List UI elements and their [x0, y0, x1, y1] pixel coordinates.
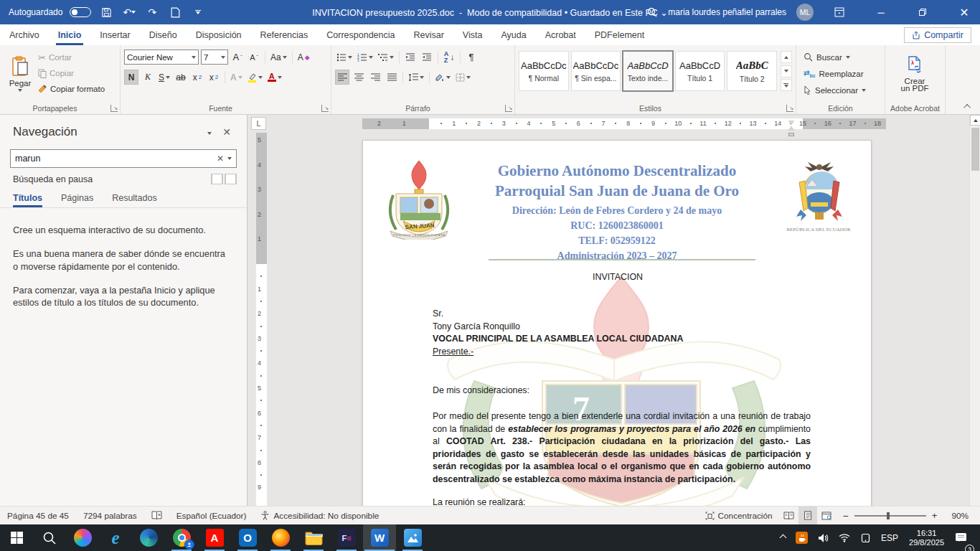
strikethrough-button[interactable]: ab	[174, 70, 188, 85]
shrink-font-button[interactable]: Aˇ	[247, 50, 261, 65]
undo-button[interactable]: ↶	[121, 4, 137, 20]
borders-button[interactable]	[454, 70, 472, 85]
cut-button[interactable]: ✂Cortar	[37, 50, 106, 65]
vertical-ruler[interactable]: 54321123456789	[256, 133, 267, 506]
underline-button[interactable]: S	[157, 70, 171, 85]
clear-formatting-button[interactable]: A◆	[296, 50, 311, 65]
word-icon[interactable]: W	[363, 524, 396, 551]
close-button[interactable]: ✕	[948, 0, 980, 24]
page-indicator[interactable]: Página 45 de 45	[0, 511, 76, 521]
style-sin-espaciado[interactable]: AaBbCcDc ¶ Sin espa...	[571, 51, 621, 91]
scroll-up-button[interactable]	[970, 115, 980, 126]
paste-button[interactable]: Pegar	[4, 48, 37, 100]
multilevel-list-button[interactable]	[377, 50, 395, 65]
line-spacing-button[interactable]	[407, 70, 425, 85]
read-mode-button[interactable]	[780, 507, 798, 524]
ribbon-display-options-icon[interactable]	[824, 0, 855, 24]
find-button[interactable]: Buscar	[804, 50, 881, 65]
redo-button[interactable]: ↷	[144, 4, 160, 20]
copilot-icon[interactable]	[66, 524, 99, 551]
minimize-button[interactable]: ─	[865, 0, 897, 24]
scrollbar-thumb[interactable]	[971, 128, 979, 171]
proofing-icon[interactable]	[144, 511, 169, 520]
save-icon[interactable]	[98, 4, 114, 20]
superscript-button[interactable]: x2	[207, 70, 221, 85]
tab-ayuda[interactable]: Ayuda	[491, 24, 535, 45]
tab-disposicion[interactable]: Disposición	[187, 24, 251, 45]
print-layout-button[interactable]	[798, 507, 817, 524]
align-center-button[interactable]	[352, 70, 366, 85]
justify-button[interactable]	[385, 70, 399, 85]
tab-correspondencia[interactable]: Correspondencia	[317, 24, 404, 45]
search-icon[interactable]	[646, 6, 658, 18]
avatar[interactable]: ML	[796, 4, 814, 21]
styles-more[interactable]	[781, 79, 792, 91]
language-indicator[interactable]: Español (Ecuador)	[169, 511, 254, 521]
language-switcher[interactable]: ESP	[876, 524, 903, 551]
style-titulo-2[interactable]: AaBbC Título 2	[727, 51, 777, 91]
italic-button[interactable]: K	[141, 70, 155, 85]
create-pdf-button[interactable]: λ Crear un PDF	[889, 48, 941, 100]
font-color-button[interactable]: A	[266, 70, 283, 85]
nav-tab-titulos[interactable]: Títulos	[13, 193, 42, 207]
start-button[interactable]	[0, 524, 33, 551]
focus-mode-button[interactable]: Concentración	[698, 511, 780, 521]
firefox-icon[interactable]	[264, 524, 297, 551]
highlight-button[interactable]	[246, 70, 264, 85]
clock[interactable]: 16:31 29/8/2025	[903, 529, 950, 547]
hanging-indent-marker[interactable]	[788, 126, 794, 131]
zoom-out-button[interactable]: −	[836, 510, 849, 522]
clipboard-dialog-launcher[interactable]: ↘	[110, 105, 118, 112]
zoom-slider[interactable]	[854, 515, 926, 517]
customize-qat-icon[interactable]	[190, 4, 206, 20]
chrome-icon[interactable]	[165, 524, 198, 551]
collapse-ribbon-button[interactable]	[961, 101, 974, 111]
replace-button[interactable]: ⇄bc Reemplazar	[804, 66, 881, 81]
tab-archivo[interactable]: Archivo	[0, 24, 49, 45]
align-left-button[interactable]	[335, 70, 349, 85]
tray-expand-icon[interactable]	[776, 524, 791, 551]
accessibility-status[interactable]: Accesibilidad: No disponible	[253, 511, 386, 521]
nav-tab-resultados[interactable]: Resultados	[112, 193, 157, 207]
acrobat-icon[interactable]: A	[198, 524, 231, 551]
tab-selector[interactable]: L	[251, 117, 266, 130]
tab-inicio[interactable]: Inicio	[49, 24, 91, 45]
navigation-search-input[interactable]	[15, 154, 213, 164]
document-page[interactable]: 7 SAN JUAN	[362, 140, 872, 542]
notifications-icon[interactable]: 3	[950, 524, 976, 551]
next-result-button[interactable]	[225, 174, 237, 184]
show-marks-button[interactable]: ¶	[464, 50, 479, 65]
edge-icon[interactable]	[132, 524, 165, 551]
bold-button[interactable]: N	[124, 70, 138, 85]
share-button[interactable]: Compartir	[904, 27, 971, 43]
align-right-button[interactable]	[368, 70, 382, 85]
vertical-scrollbar[interactable]	[969, 115, 980, 506]
style-normal[interactable]: AaBbCcDc ¶ Normal	[519, 51, 569, 91]
increase-indent-button[interactable]	[420, 50, 434, 65]
zoom-level[interactable]: 90%	[944, 511, 980, 521]
navigation-options-icon[interactable]	[201, 127, 218, 137]
numbering-button[interactable]: 123	[356, 50, 374, 65]
internet-explorer-icon[interactable]: e	[99, 524, 132, 551]
text-effects-button[interactable]: A	[229, 70, 244, 85]
style-texto-independiente[interactable]: AaBbCcD Texto inde...	[623, 51, 673, 91]
word-count[interactable]: 7294 palabras	[76, 511, 144, 521]
paragraph-dialog-launcher[interactable]: ↘	[505, 105, 512, 112]
styles-scroll-up[interactable]	[781, 51, 792, 63]
zoom-in-button[interactable]: +	[932, 510, 945, 521]
bullets-button[interactable]	[335, 50, 354, 65]
tab-revisar[interactable]: Revisar	[404, 24, 453, 45]
navigation-close-icon[interactable]: ✕	[218, 126, 235, 138]
grow-font-button[interactable]: Aˆ	[230, 50, 245, 65]
style-titulo-1[interactable]: AaBbCcD Título 1	[675, 51, 725, 91]
select-button[interactable]: Seleccionar	[804, 83, 881, 98]
font-dialog-launcher[interactable]: ↘	[321, 105, 329, 112]
previous-result-button[interactable]	[211, 174, 223, 184]
tab-insertar[interactable]: Insertar	[90, 24, 139, 45]
clear-search-icon[interactable]: ✕	[213, 154, 227, 164]
photos-icon[interactable]	[396, 524, 429, 551]
horizontal-ruler[interactable]: 12123456789101112131415161718	[362, 118, 886, 129]
volume-icon[interactable]	[813, 524, 834, 551]
web-layout-button[interactable]	[817, 507, 836, 524]
decrease-indent-button[interactable]	[403, 50, 418, 65]
